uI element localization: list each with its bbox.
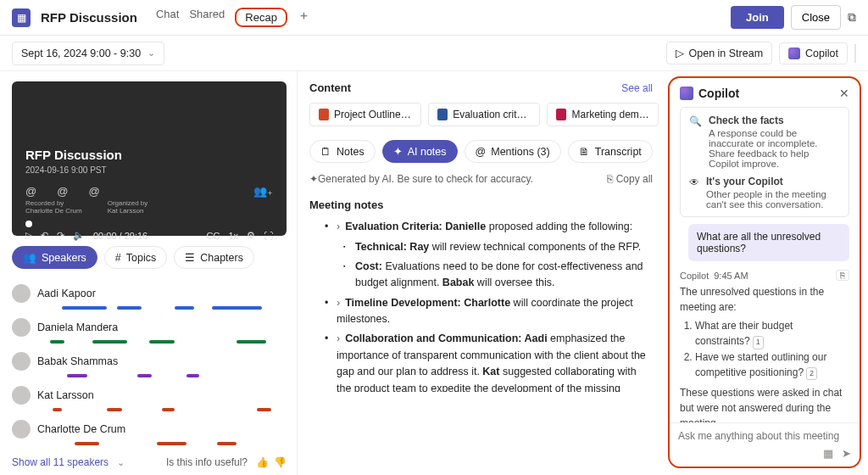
- people-icon: 👥: [23, 251, 36, 264]
- chevron-down-icon: ⌄: [117, 457, 125, 468]
- date-picker[interactable]: Sept 16, 2024 9:00 - 9:30 ⌄: [12, 42, 164, 65]
- chapters-chip[interactable]: ☰ Chapters: [174, 246, 254, 269]
- speaker-name: Daniela Mandera: [37, 321, 118, 333]
- speaker-row[interactable]: Kat Larsson: [12, 386, 287, 405]
- avatar: [12, 420, 31, 439]
- sparkle-icon: ✦: [393, 145, 403, 158]
- popout-icon[interactable]: ⧉: [848, 10, 856, 25]
- open-stream-label: Open in Stream: [689, 48, 764, 59]
- copilot-info-card: 🔍 Check the facts A response could be in…: [680, 107, 849, 217]
- chevron-down-icon: ⌄: [147, 48, 155, 59]
- speaker-name: Babak Shammas: [37, 355, 118, 367]
- speaker-timeline[interactable]: [37, 440, 287, 447]
- join-button[interactable]: Join: [731, 6, 784, 29]
- copy-all-button[interactable]: ⎘Copy all: [607, 173, 653, 185]
- copilot-answer: The unresolved questions in the meeting …: [680, 284, 849, 422]
- copilot-input[interactable]: [678, 430, 851, 442]
- show-all-speakers-link[interactable]: Show all 11 speakers: [12, 456, 108, 468]
- file-icon: [556, 109, 566, 120]
- note-item: ›Timeline Development: Charlotte will co…: [325, 295, 648, 328]
- answer-outro: These questions were asked in chat but w…: [680, 385, 849, 422]
- speaker-timeline[interactable]: [37, 305, 287, 311]
- video-player[interactable]: RFP Discussion 2024-09-16 9:00 PST @ @ @…: [12, 81, 287, 236]
- video-subtitle: 2024-09-16 9:00 PST: [25, 165, 273, 175]
- speaker-name: Charlotte De Crum: [37, 423, 125, 435]
- meeting-notes: Meeting notes ›Evaluation Criteria: Dani…: [309, 197, 653, 392]
- fact-text: A response could be inaccurate or incomp…: [709, 128, 840, 169]
- fullscreen-icon[interactable]: ⛶: [264, 231, 273, 241]
- thumbs-up-icon[interactable]: 👍: [256, 456, 269, 468]
- file-name: Project Outline Ro...: [334, 109, 412, 120]
- playback-speed[interactable]: 1x: [228, 231, 238, 241]
- copilot-toolbar-button[interactable]: Copilot: [779, 42, 848, 64]
- volume-icon[interactable]: 🔈: [73, 230, 85, 241]
- send-icon[interactable]: ➤: [842, 447, 851, 460]
- tab-recap[interactable]: Recap: [235, 8, 287, 27]
- copilot-icon: [788, 48, 800, 59]
- note-item: ›Evaluation Criteria: Danielle proposed …: [325, 219, 648, 235]
- content-file[interactable]: Project Outline Ro...: [309, 103, 421, 126]
- speaker-row[interactable]: Aadi Kapoor: [12, 284, 287, 303]
- tab-chat[interactable]: Chat: [156, 8, 179, 27]
- magnifier-icon: 🔍: [689, 115, 702, 169]
- speakers-chip-label: Speakers: [42, 252, 86, 264]
- see-all-link[interactable]: See all: [621, 82, 653, 94]
- personal-title: It's your Copilot: [706, 176, 840, 187]
- speaker-row[interactable]: Charlotte De Crum: [12, 420, 287, 439]
- speaker-timeline[interactable]: [37, 338, 287, 345]
- open-stream-icon: ▷: [676, 47, 684, 59]
- notes-tab[interactable]: 🗒Notes: [309, 140, 376, 163]
- notes-icon: 🗒: [320, 146, 331, 158]
- speaker-name: Kat Larsson: [37, 389, 94, 401]
- skip-back-icon[interactable]: ↶: [41, 230, 48, 241]
- list-icon: ☰: [185, 251, 195, 264]
- transcript-icon: 🗎: [579, 146, 590, 158]
- play-icon[interactable]: ▷: [25, 230, 32, 241]
- topics-chip-label: Topics: [126, 252, 156, 264]
- settings-icon[interactable]: ⚙: [247, 230, 255, 241]
- transcript-tab-label: Transcript: [595, 146, 642, 158]
- open-in-stream-button[interactable]: ▷ Open in Stream: [666, 42, 773, 64]
- note-subitem: Technical: Ray will review technical com…: [343, 239, 648, 255]
- hash-icon: #: [115, 252, 121, 264]
- content-files: Project Outline Ro...Evaluation criteria…: [309, 103, 653, 126]
- speakers-chip[interactable]: 👥 Speakers: [12, 246, 97, 269]
- copy-icon[interactable]: ⎘: [836, 270, 849, 281]
- date-label: Sept 16, 2024 9:00 - 9:30: [21, 48, 141, 59]
- user-question: What are all the unresolved questions?: [688, 224, 849, 261]
- thumbs-down-icon[interactable]: 👎: [274, 456, 287, 468]
- mentions-tab[interactable]: @Mentions (3): [465, 140, 561, 163]
- tab-shared[interactable]: Shared: [189, 8, 225, 27]
- speaker-timeline[interactable]: [37, 406, 287, 413]
- center-column: Content See all Project Outline Ro...Eva…: [297, 71, 665, 475]
- speaker-name: Aadi Kapoor: [37, 288, 96, 299]
- personal-text: Other people in the meeting can't see th…: [706, 189, 840, 210]
- prompt-grid-icon[interactable]: ▦: [823, 447, 833, 460]
- avatar: [12, 284, 31, 303]
- speaker-timeline[interactable]: [37, 372, 287, 379]
- add-tab-icon[interactable]: ＋: [298, 8, 310, 27]
- transcript-tab[interactable]: 🗎Transcript: [568, 140, 653, 163]
- file-name: Marketing demo f...: [571, 109, 649, 120]
- copilot-panel: Copilot ✕ 🔍 Check the facts A response c…: [668, 76, 861, 468]
- reference-badge[interactable]: 1: [753, 336, 764, 349]
- captions-icon[interactable]: CC: [206, 231, 220, 241]
- fact-title: Check the facts: [709, 115, 840, 126]
- app-icon: ▦: [12, 8, 31, 27]
- skip-fwd-icon[interactable]: ↷: [57, 230, 64, 241]
- topics-chip[interactable]: # Topics: [104, 246, 167, 269]
- close-button[interactable]: Close: [791, 5, 841, 30]
- close-icon[interactable]: ✕: [839, 87, 849, 100]
- content-heading: Content: [309, 81, 351, 94]
- reference-badge[interactable]: 2: [806, 367, 817, 381]
- speaker-row[interactable]: Babak Shammas: [12, 352, 287, 371]
- content-file[interactable]: Evaluation criteria...: [428, 103, 540, 126]
- organized-by: Kat Larsson: [108, 207, 144, 215]
- content-file[interactable]: Marketing demo f...: [547, 103, 659, 126]
- recorded-by-label: Recorded by: [25, 199, 64, 207]
- ai-notes-tab[interactable]: ✦AI notes: [382, 140, 458, 163]
- speaker-row[interactable]: Daniela Mandera: [12, 318, 287, 337]
- meeting-title: RFP Discussion: [41, 10, 137, 25]
- at-icon: @: [88, 185, 99, 198]
- ai-disclaimer: Generated by AI. Be sure to check for ac…: [318, 173, 533, 185]
